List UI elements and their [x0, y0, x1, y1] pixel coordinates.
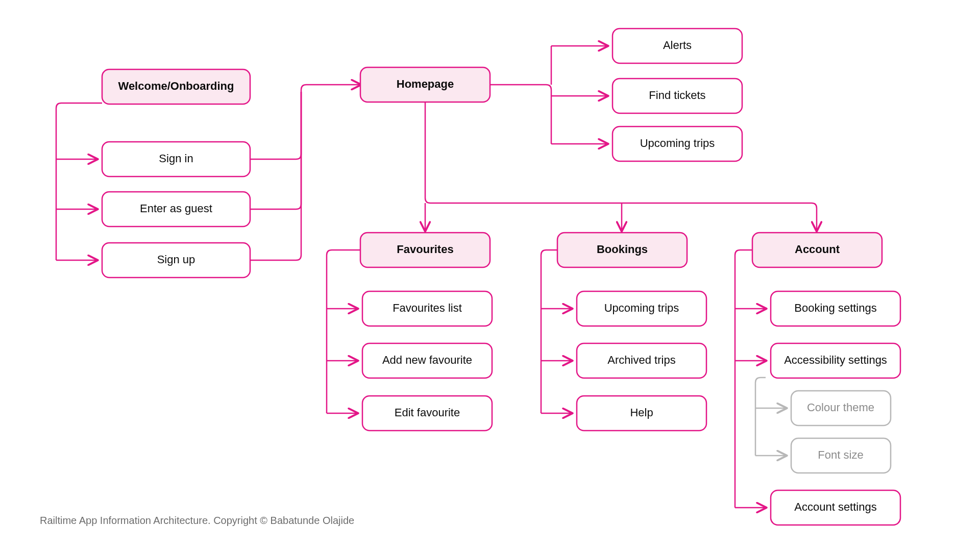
- font-size-label: Font size: [818, 448, 863, 461]
- node-welcome-onboarding: Welcome/Onboarding: [102, 69, 250, 104]
- node-find-tickets: Find tickets: [612, 79, 742, 113]
- find-tickets-label: Find tickets: [649, 89, 705, 102]
- node-help: Help: [577, 396, 706, 431]
- node-archived-trips: Archived trips: [577, 343, 706, 378]
- help-label: Help: [630, 406, 653, 419]
- bookings-label: Bookings: [597, 243, 648, 256]
- node-enter-as-guest: Enter as guest: [102, 192, 250, 227]
- node-booking-settings: Booking settings: [771, 291, 900, 326]
- node-colour-theme: Colour theme: [791, 391, 891, 425]
- node-favourites: Favourites: [360, 233, 490, 267]
- node-upcoming-trips-bookings: Upcoming trips: [577, 291, 706, 326]
- node-account-settings: Account settings: [771, 490, 900, 525]
- node-account: Account: [752, 233, 882, 267]
- upcoming-trips-bookings-label: Upcoming trips: [604, 302, 679, 314]
- node-favourites-list: Favourites list: [362, 291, 492, 326]
- add-new-favourite-label: Add new favourite: [382, 354, 472, 366]
- sign-up-label: Sign up: [157, 253, 195, 266]
- favourites-label: Favourites: [397, 243, 453, 256]
- alerts-label: Alerts: [663, 39, 692, 52]
- node-bookings: Bookings: [557, 233, 687, 267]
- node-font-size: Font size: [791, 438, 891, 473]
- archived-trips-label: Archived trips: [607, 354, 675, 366]
- node-sign-in: Sign in: [102, 142, 250, 177]
- favourites-list-label: Favourites list: [393, 302, 462, 314]
- node-alerts: Alerts: [612, 29, 742, 63]
- upcoming-trips-home-label: Upcoming trips: [640, 137, 715, 149]
- node-accessibility-settings: Accessibility settings: [771, 343, 900, 378]
- node-upcoming-trips-home: Upcoming trips: [612, 127, 742, 161]
- booking-settings-label: Booking settings: [794, 302, 876, 314]
- node-edit-favourite: Edit favourite: [362, 396, 492, 431]
- account-settings-label: Account settings: [794, 500, 876, 513]
- enter-as-guest-label: Enter as guest: [140, 202, 212, 215]
- colour-theme-label: Colour theme: [807, 401, 874, 414]
- homepage-label: Homepage: [397, 78, 454, 90]
- sign-in-label: Sign in: [159, 152, 193, 165]
- footer-caption: Railtime App Information Architecture. C…: [40, 515, 354, 526]
- welcome-onboarding-label: Welcome/Onboarding: [118, 80, 234, 92]
- ia-diagram: Welcome/Onboarding Sign in Enter as gues…: [0, 0, 980, 551]
- node-add-new-favourite: Add new favourite: [362, 343, 492, 378]
- account-label: Account: [795, 243, 840, 256]
- node-homepage: Homepage: [360, 67, 490, 102]
- accessibility-settings-label: Accessibility settings: [784, 354, 887, 366]
- edit-favourite-label: Edit favourite: [395, 406, 460, 419]
- node-sign-up: Sign up: [102, 243, 250, 278]
